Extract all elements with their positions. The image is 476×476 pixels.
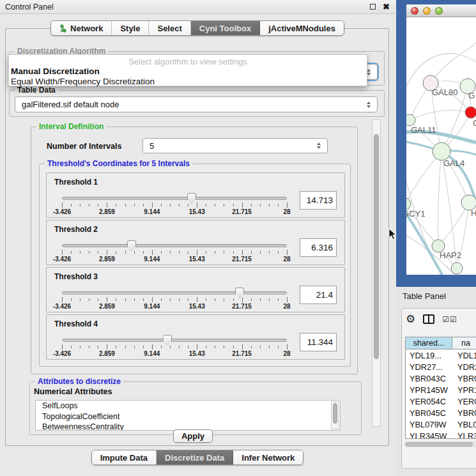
threshold-slider[interactable]: -3.4262.8599.14415.4321.71528 (62, 288, 287, 311)
network-node-label: H (471, 208, 476, 218)
tab-discretize-data[interactable]: Discretize Data (157, 450, 233, 464)
attributes-scrollbar[interactable] (331, 401, 339, 429)
table-row[interactable]: YPR145WYPR1 (406, 384, 476, 395)
table-row[interactable]: YBR043CYBR0 (406, 372, 476, 384)
mac-close-button[interactable] (411, 7, 418, 15)
threshold-value-field[interactable]: 6.316 (300, 238, 337, 257)
table-cell[interactable]: YBR045C (406, 408, 452, 418)
screen: Control Panel ✖ Network Styl (0, 0, 476, 476)
table-row[interactable]: YDR27...YDR2 (406, 361, 476, 372)
apply-button[interactable]: Apply (173, 429, 213, 443)
numerical-attributes-list[interactable]: SelfLoopsTopologicalCoefficientBetweenne… (35, 400, 341, 431)
node-attribute-table[interactable]: shared... na YDL19...YDL1YDR27...YDR2YBR… (405, 337, 476, 439)
table-cell[interactable]: YBL0 (452, 420, 476, 429)
slider-tick-label: -3.426 (53, 350, 71, 357)
slider-tick-label: 28 (283, 303, 290, 310)
group-title: Attributes to discretize (35, 377, 123, 386)
control-panel-titlebar: Control Panel ✖ (0, 0, 395, 14)
mac-minimize-button[interactable] (423, 7, 431, 15)
table-cell[interactable]: YBR0 (452, 374, 476, 383)
network-node[interactable] (465, 107, 476, 118)
panel-scrollbar[interactable] (372, 119, 381, 427)
table-row[interactable]: YLR345WYLR3 (406, 430, 476, 439)
slider-tick-label: 15.43 (189, 208, 205, 215)
slider-tick-label: -3.426 (53, 208, 71, 215)
table-horizontal-scrollbar[interactable] (404, 441, 476, 447)
slider-tick-label: 21.715 (232, 350, 252, 357)
threshold-slider[interactable]: -3.4262.8599.14415.4321.71528 (62, 193, 287, 216)
threshold-value-field[interactable]: 14.713 (300, 191, 337, 210)
network-node-label: C (473, 118, 476, 128)
network-node[interactable] (433, 142, 450, 160)
table-data-group: Table Data galFiltered.sif default node (9, 90, 385, 117)
mac-zoom-button[interactable] (435, 7, 443, 15)
slider-tick-label: 9.144 (144, 303, 160, 310)
threshold-slider[interactable]: -3.4262.8599.14415.4321.71528 (62, 240, 287, 263)
table-cell[interactable]: YDL19... (406, 351, 452, 360)
tab-network[interactable]: Network (51, 21, 112, 35)
threshold-panel: Threshold 2-3.4262.8599.14415.4321.71528… (46, 220, 345, 265)
slider-tick-label: 15.43 (189, 256, 205, 263)
network-node[interactable] (406, 198, 411, 210)
list-item[interactable]: SelfLoops (36, 401, 340, 411)
table-cell[interactable]: YBL079W (406, 420, 452, 429)
network-node-label: GAL4 (443, 158, 464, 168)
slider-rail[interactable] (62, 339, 287, 342)
table-cell[interactable]: YDR27... (406, 362, 452, 372)
slider-rail[interactable] (62, 291, 287, 295)
table-row[interactable]: YER054CYER0 (406, 395, 476, 407)
slider-rail[interactable] (62, 197, 287, 200)
split-pane-icon[interactable] (423, 314, 434, 324)
tab-cyni-toolbox[interactable]: Cyni Toolbox (191, 21, 260, 35)
table-row[interactable]: YDL19...YDL1 (406, 349, 476, 361)
slider-tick-label: 9.144 (144, 208, 160, 215)
slider-rail[interactable] (62, 244, 287, 247)
thresholds-group: Threshold's Coordinates for 5 Intervals … (39, 164, 351, 367)
threshold-value-field[interactable]: 21.4 (300, 286, 337, 304)
table-cell[interactable]: YPR1 (452, 385, 476, 395)
slider-tick-label: 15.43 (189, 303, 205, 310)
tab-impute-data[interactable]: Impute Data (92, 450, 157, 464)
checkbox-icons[interactable]: ☑☑ (442, 316, 457, 323)
numerical-attributes-label: Numerical Attributes (34, 387, 112, 396)
network-canvas[interactable]: GAL80GCGAL11GAL4GCY1HHAP2 (406, 17, 476, 275)
table-data-combo[interactable]: galFiltered.sif default node (15, 96, 378, 112)
tab-label: Select (157, 24, 181, 33)
menu-item-manual-discretization[interactable]: Manual Discretization (9, 66, 367, 77)
num-intervals-combo[interactable]: 5 (142, 138, 328, 153)
table-cell[interactable]: YBR043C (406, 374, 452, 383)
menu-item-equal-width-frequency[interactable]: Equal Width/Frequency Discretization (9, 77, 367, 87)
threshold-label: Threshold 3 (54, 272, 98, 281)
network-node[interactable] (406, 114, 415, 126)
table-cell[interactable]: YER054C (406, 397, 452, 406)
threshold-slider[interactable]: -3.4262.8599.14415.4321.71528 (62, 335, 287, 358)
table-cell[interactable]: YLR3 (452, 431, 476, 440)
close-icon[interactable]: ✖ (383, 3, 390, 11)
threshold-label: Threshold 2 (54, 225, 98, 234)
list-item[interactable]: TopologicalCoefficient (36, 411, 340, 422)
table-cell[interactable]: YER0 (452, 397, 476, 406)
table-cell[interactable]: YBR0 (452, 408, 476, 418)
gear-icon[interactable]: ⚙ (406, 314, 415, 325)
tab-select[interactable]: Select (149, 21, 190, 35)
table-cell[interactable]: YLR345W (406, 431, 452, 440)
table-cell[interactable]: YPR145W (406, 385, 452, 395)
threshold-value-field[interactable]: 11.344 (300, 333, 337, 351)
table-row[interactable]: YBR045CYBR0 (406, 407, 476, 418)
table-cell[interactable]: YDL1 (452, 351, 476, 360)
tab-style[interactable]: Style (112, 21, 149, 35)
network-node[interactable] (451, 263, 463, 274)
tab-infer-network[interactable]: Infer Network (233, 450, 303, 464)
table-header-row: shared... na (406, 337, 476, 349)
table-row[interactable]: YBL079WYBL0 (406, 418, 476, 430)
table-cell[interactable]: YDR2 (452, 362, 476, 372)
control-panel-title: Control Panel (5, 3, 54, 12)
column-header-name[interactable]: na (452, 337, 476, 349)
float-icon[interactable] (370, 4, 376, 10)
slider-tick-label: 15.43 (189, 350, 205, 357)
slider-tick-label: 28 (283, 208, 290, 215)
tab-jactivemnodules[interactable]: jActiveMNodules (260, 21, 344, 35)
table-toolbar: ⚙ ☑☑ (406, 314, 457, 325)
network-window-titlebar (406, 4, 476, 17)
column-header-shared[interactable]: shared... (406, 337, 452, 349)
